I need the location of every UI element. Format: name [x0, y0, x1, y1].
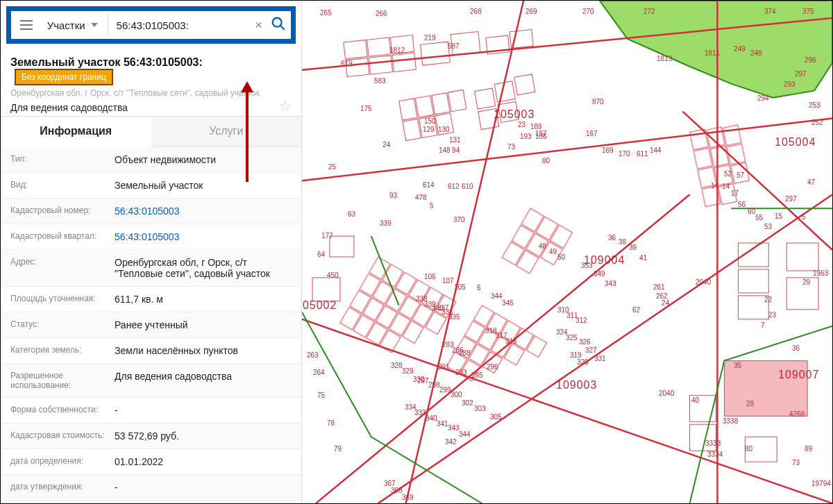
- parcel-label: 170: [619, 150, 630, 158]
- parcel-label: 23: [518, 121, 525, 128]
- parcel-label: 614: [423, 181, 435, 189]
- field-row: Статус:Ранее учтенный: [1, 312, 301, 338]
- block-label: 105004: [775, 136, 816, 149]
- parcel-label: 177: [321, 232, 333, 240]
- field-row: Площадь уточненная:611,7 кв. м: [1, 287, 301, 312]
- field-value: 611,7 кв. м: [112, 287, 301, 312]
- field-label: Вид:: [1, 173, 112, 198]
- parcel-label: 343: [448, 424, 460, 432]
- parcel-label: 94: [452, 146, 460, 154]
- parcel-label: 80: [542, 157, 550, 165]
- parcel-label: 327: [585, 346, 597, 354]
- parcel-label: 64: [317, 251, 325, 258]
- menu-icon[interactable]: [17, 20, 36, 30]
- field-value[interactable]: 56:43:0105003: [112, 199, 301, 224]
- parcel-label: 75: [317, 392, 325, 399]
- parcel-label: 3334: [707, 451, 723, 458]
- parcel-label: 266: [376, 10, 387, 17]
- parcel-label: 144: [650, 146, 662, 154]
- parcel-label: 3333: [705, 439, 721, 447]
- search-type-selector[interactable]: Участки: [42, 19, 103, 31]
- favorite-icon[interactable]: ☆: [279, 98, 292, 115]
- parcel-label: 24: [662, 299, 669, 307]
- parcel-label: 7: [761, 321, 765, 329]
- parcel-label: 870: [592, 98, 604, 106]
- field-row: Категория земель:Земли населённых пункто…: [1, 338, 301, 364]
- parcel-label: 252: [811, 119, 823, 126]
- field-value: Земли населённых пунктов: [112, 338, 301, 363]
- field-label: Категория земель:: [1, 338, 112, 363]
- svg-rect-27: [403, 119, 421, 140]
- svg-rect-96: [786, 243, 818, 271]
- svg-line-6: [302, 119, 832, 181]
- field-label: дата утверждения:: [1, 475, 112, 500]
- search-input[interactable]: [112, 19, 253, 31]
- parcel-label: 15: [775, 212, 782, 220]
- parcel-label: 353: [581, 262, 593, 269]
- parcel-label: 249: [734, 45, 746, 53]
- parcel-label: 272: [643, 8, 655, 15]
- parcel-label: 345: [502, 299, 514, 307]
- svg-rect-87: [502, 242, 524, 265]
- parcel-label: 339: [380, 219, 392, 227]
- parcel-label: 79: [334, 445, 342, 453]
- parcel-label: 62: [632, 306, 640, 314]
- parcel-label: 265: [320, 9, 332, 17]
- field-label: Разрешенное использование:: [1, 364, 112, 397]
- field-value: Ранее учтенный: [112, 312, 301, 337]
- parcel-label: 89: [805, 445, 812, 453]
- parcel-label: 53: [764, 223, 772, 230]
- parcel-label: 270: [582, 8, 594, 15]
- parcel-label: 14: [711, 182, 718, 190]
- svg-rect-25: [432, 92, 450, 114]
- parcel-label: 253: [809, 101, 821, 109]
- clear-icon[interactable]: ×: [253, 18, 265, 33]
- field-label: Кадастровая стоимость:: [1, 423, 112, 448]
- parcel-label: 73: [507, 143, 515, 151]
- parcel-label: 93: [389, 192, 397, 199]
- parcel-label: 40: [691, 396, 699, 404]
- tab-services[interactable]: Услуги: [151, 117, 302, 147]
- svg-rect-71: [526, 336, 546, 358]
- block-label: 105002: [302, 299, 337, 312]
- object-header: Земельный участок 56:43:0105003: Без коо…: [1, 49, 301, 116]
- parcel-label: 1813: [657, 55, 672, 62]
- cadastral-map[interactable]: 1050031050021050041090031090041090072652…: [302, 1, 832, 503]
- map-parcel-lines: [302, 1, 832, 503]
- parcel-label: 297: [417, 377, 429, 385]
- parcel-label: 2040: [659, 389, 674, 397]
- parcel-label: 587: [448, 42, 460, 50]
- parcel-label: 1812: [389, 47, 405, 54]
- field-label: Статус:: [1, 312, 112, 337]
- field-value[interactable]: 56:43:0105003: [112, 224, 301, 249]
- parcel-label: 29: [802, 278, 810, 286]
- parcel-label: 341: [437, 420, 448, 428]
- search-button[interactable]: [265, 16, 291, 34]
- parcel-label: 36: [792, 344, 800, 352]
- info-panel: Участки × Земельный участок 56:43:010500…: [1, 1, 302, 503]
- field-row: Разрешенное использование:Для ведения са…: [1, 364, 301, 398]
- parcel-label: 175: [360, 105, 372, 112]
- parcel-label: 48: [539, 242, 546, 250]
- parcel-label: 303: [474, 405, 486, 412]
- parcel-label: 375: [802, 8, 814, 15]
- field-row: дата определения:01.01.2022: [1, 449, 301, 475]
- search-type-label: Участки: [47, 19, 85, 31]
- parcel-label: 295: [471, 371, 483, 379]
- parcel-label: 326: [579, 338, 591, 346]
- svg-line-1: [280, 26, 284, 30]
- parcel-label: 335: [448, 313, 460, 321]
- parcel-label: 619: [341, 60, 353, 67]
- parcel-label: 286: [452, 346, 464, 354]
- no-coords-badge: Без координат границ: [15, 69, 113, 85]
- parcel-label: 197: [535, 130, 547, 137]
- svg-rect-99: [312, 278, 340, 301]
- parcel-label: 5: [430, 202, 434, 210]
- parcel-label: 299: [439, 386, 451, 394]
- block-label: 109007: [778, 369, 819, 381]
- parcel-label: 368: [391, 487, 403, 494]
- parcel-label: 49: [549, 248, 557, 255]
- field-value: 14.12.2022: [112, 501, 301, 503]
- parcel-label: 73: [792, 459, 800, 467]
- tab-info[interactable]: Информация: [1, 117, 151, 147]
